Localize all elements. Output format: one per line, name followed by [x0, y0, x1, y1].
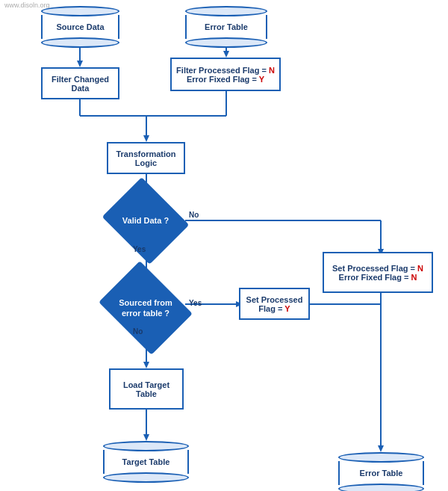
valid-data-no-label: No	[189, 211, 199, 219]
error-table-top-label: Error Table	[185, 15, 267, 39]
source-data-cylinder: Source Data	[41, 6, 119, 48]
load-target-label: Load Target Table	[115, 380, 178, 398]
transformation-label: Transformation Logic	[113, 149, 179, 167]
error-table-top-cylinder: Error Table	[185, 6, 267, 48]
flowchart-diagram: Source Data Error Table Filter ChangedDa…	[0, 0, 448, 491]
valid-data-diamond-wrap: Valid Data ?	[105, 193, 187, 249]
set-processed-y-label: Set ProcessedFlag = Y	[246, 295, 303, 313]
load-target-box: Load Target Table	[109, 368, 184, 410]
error-table-bottom-label: Error Table	[338, 461, 424, 485]
svg-marker-1	[77, 61, 83, 67]
svg-marker-21	[378, 445, 384, 452]
sourced-no-label: No	[133, 327, 143, 336]
error-table-bottom-cylinder: Error Table	[338, 452, 424, 491]
target-table-label: Target Table	[103, 450, 189, 474]
sourced-diamond	[99, 261, 193, 355]
watermark: www.disoln.org	[4, 1, 50, 9]
filter-processed-label: Filter Processed Flag = NError Fixed Fla…	[176, 66, 275, 84]
set-processed-n-box: Set Processed Flag = NError Fixed Flag =…	[323, 252, 433, 293]
transformation-box: Transformation Logic	[107, 142, 185, 174]
source-data-label: Source Data	[41, 15, 119, 39]
svg-marker-25	[143, 434, 149, 441]
svg-marker-3	[223, 51, 229, 58]
valid-data-yes-label: Yes	[133, 245, 146, 253]
set-processed-y-box: Set ProcessedFlag = Y	[239, 288, 310, 320]
filter-processed-box: Filter Processed Flag = NError Fixed Fla…	[170, 58, 281, 91]
svg-marker-7	[143, 135, 149, 142]
set-processed-n-label: Set Processed Flag = NError Fixed Flag =…	[332, 264, 423, 282]
filter-changed-box: Filter ChangedData	[41, 67, 119, 99]
svg-marker-23	[143, 362, 149, 368]
filter-changed-label: Filter ChangedData	[52, 75, 109, 93]
sourced-diamond-wrap: Sourced fromerror table ?	[101, 278, 190, 338]
sourced-yes-label: Yes	[189, 299, 202, 307]
target-table-cylinder: Target Table	[103, 441, 189, 483]
